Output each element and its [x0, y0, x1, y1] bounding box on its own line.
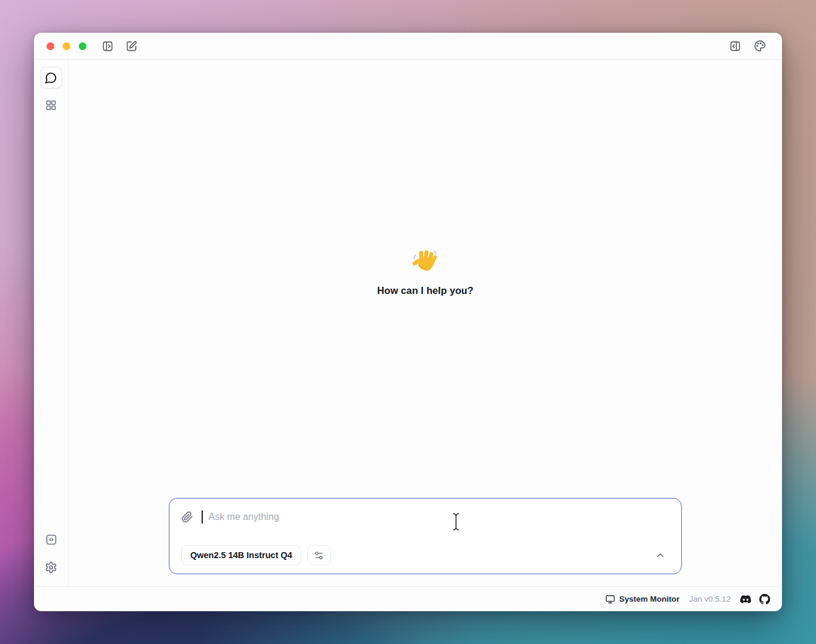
model-settings-button[interactable] [307, 545, 331, 565]
github-icon [759, 594, 770, 605]
greeting-title: How can I help you? [69, 285, 782, 296]
theme-button[interactable] [752, 38, 768, 54]
statusbar: System Monitor Jan v0.5.12 [34, 586, 782, 611]
new-thread-button[interactable] [123, 38, 139, 54]
system-monitor-button[interactable]: System Monitor [605, 595, 679, 604]
model-selector[interactable]: Qwen2.5 14B Instruct Q4 [181, 545, 301, 565]
monitor-icon [605, 595, 615, 604]
system-monitor-label: System Monitor [619, 595, 679, 603]
sliders-icon [314, 550, 324, 561]
sidebar-item-hub[interactable] [41, 94, 62, 116]
traffic-lights [47, 42, 86, 50]
chevron-up-icon [655, 550, 666, 561]
toggle-left-panel-icon [102, 41, 113, 52]
chat-bubble-icon [45, 72, 57, 84]
sidebar [34, 60, 69, 586]
code-square-icon [45, 534, 57, 546]
gear-icon [45, 561, 57, 574]
waving-hand-emoji [412, 248, 439, 277]
message-input[interactable] [209, 512, 671, 522]
discord-link[interactable] [740, 594, 751, 605]
greeting: How can I help you? [69, 248, 782, 296]
collapse-composer-button[interactable] [655, 550, 666, 561]
minimize-button[interactable] [63, 42, 70, 50]
jan-app-window: How can I help you? Qwen2.5 14B Instruct… [34, 33, 782, 611]
paperclip-icon [181, 511, 193, 523]
chat-composer: Qwen2.5 14B Instruct Q4 [169, 498, 682, 574]
text-caret [202, 510, 203, 524]
toggle-right-panel-icon [730, 41, 741, 52]
toggle-right-panel-button[interactable] [727, 38, 743, 54]
grid-icon [45, 100, 57, 111]
sidebar-item-settings[interactable] [41, 556, 62, 578]
text-ibeam-cursor [450, 511, 462, 535]
titlebar [34, 33, 782, 60]
new-thread-icon [126, 41, 137, 52]
sidebar-item-threads[interactable] [41, 67, 62, 88]
theme-palette-icon [754, 40, 766, 52]
toggle-left-panel-button[interactable] [100, 38, 115, 54]
main-area: How can I help you? Qwen2.5 14B Instruct… [69, 60, 782, 586]
maximize-button[interactable] [79, 42, 86, 50]
github-link[interactable] [759, 594, 770, 605]
attach-button[interactable] [181, 511, 193, 523]
app-version-label: Jan v0.5.12 [689, 595, 731, 603]
discord-icon [740, 594, 751, 605]
close-button[interactable] [47, 42, 54, 50]
sidebar-item-local-api-server[interactable] [41, 529, 62, 550]
